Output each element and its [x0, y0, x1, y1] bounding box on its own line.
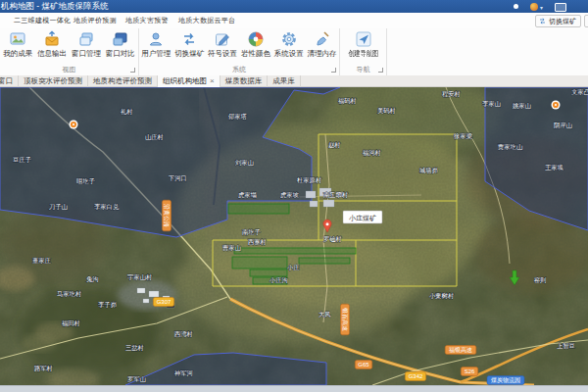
navmap-icon — [355, 30, 372, 48]
ribbon-button-system-settings[interactable]: 系统设置 — [272, 30, 305, 59]
ribbon-button-window-manage[interactable]: 窗口管理 — [70, 30, 102, 59]
group-label: 系统 — [139, 65, 339, 75]
ribbon-empty-area — [387, 28, 588, 75]
map-marker-dot-orange[interactable] — [552, 101, 561, 110]
map-place-label: 徐家梁 — [454, 132, 473, 140]
app-window: 机构地图 - 煤矿地质保障系统 ▾ 二三维建模一体化 地质评价预测 地质灾害预警… — [0, 0, 588, 392]
ribbon-button-user-manage[interactable]: 用户管理 — [140, 30, 172, 59]
swap-icon — [538, 17, 547, 25]
ribbon-group-view: 我的成果信息输出窗口管理窗口对比 视图 — [0, 28, 139, 75]
user-icon — [147, 30, 165, 48]
map-place-label: 窑则 — [534, 276, 547, 283]
svg-text:G342: G342 — [409, 373, 423, 379]
doc-tab-label: 成果库 — [272, 75, 295, 87]
ribbon-button-my-results[interactable]: 我的成果 — [2, 30, 34, 59]
ribbon-tab-modeling[interactable]: 二三维建模一体化 — [14, 13, 71, 28]
map-place-label: 虎家塌 — [238, 191, 257, 199]
map-canvas[interactable]: 小庄煤矿 礼村山庄村豆庄子下河口咀圪子刀子山李家白兑董家庄兔沟宇家山村马家圪村李… — [0, 87, 588, 385]
window-title: 机构地图 - 煤矿地质保障系统 — [1, 0, 109, 13]
dialog-launcher-icon[interactable] — [331, 68, 336, 73]
ribbon-button-lithology-colors[interactable]: 岩性颜色 — [239, 30, 271, 59]
road-label-pill: 福银高速 — [445, 346, 476, 355]
ribbon-tab-bigdata[interactable]: 地质大数据云平台 — [178, 13, 235, 28]
map-place-label: 咀圪子 — [76, 177, 96, 185]
svg-text:银百高速: 银百高速 — [341, 307, 349, 331]
ribbon-button-label: 切换煤矿 — [174, 49, 204, 59]
cut-off-button[interactable] — [584, 15, 588, 27]
ribbon-button-label: 符号设置 — [208, 49, 237, 59]
road-label-pill: 煤炭物流园 — [487, 376, 524, 385]
doc-tab-0[interactable]: 窗口 — [0, 75, 19, 87]
map-place-label: 罗硷村 — [323, 235, 342, 243]
doc-tab-label: 地质构造评价预测 — [93, 75, 152, 87]
doc-tab-1[interactable]: 顶板突水评价预测 — [19, 75, 88, 87]
doc-tab-3[interactable]: 组织机构地图× — [158, 75, 220, 87]
doc-tab-4[interactable]: 煤质数据库 — [220, 75, 269, 87]
map-place-label: 小栗树村 — [429, 292, 454, 300]
broom-icon — [314, 30, 331, 48]
map-place-label: 程安村 — [442, 90, 461, 98]
road-label-pill: G65 — [355, 361, 371, 369]
doc-tab-5[interactable]: 成果库 — [268, 75, 301, 87]
map-place-label: 下河口 — [168, 174, 187, 182]
svg-text:S26: S26 — [465, 368, 475, 374]
ribbon-button-label: 岩性颜色 — [241, 49, 270, 59]
doc-tab-label: 窗口 — [0, 75, 13, 87]
road-label-pill: 沿黄公路 — [163, 200, 172, 231]
svg-text:G307: G307 — [157, 299, 172, 305]
theme-icon[interactable] — [530, 3, 538, 11]
window-restore-icon[interactable] — [555, 3, 566, 12]
document-tab-bar: 窗口顶板突水评价预测地质构造评价预测组织机构地图×煤质数据库成果库 — [0, 75, 588, 87]
map-place-label: 王家坬 — [545, 164, 564, 171]
ribbon-button-create-navmap[interactable]: 创建导航图 — [347, 30, 379, 59]
map-viewport[interactable]: 小庄煤矿 礼村山庄村豆庄子下河口咀圪子刀子山李家白兑董家庄兔沟宇家山村马家圪村李… — [0, 87, 588, 385]
ribbon: 我的成果信息输出窗口管理窗口对比 视图 用户管理切换煤矿符号设置岩性颜色系统设置… — [0, 28, 588, 76]
ribbon-tab-disaster[interactable]: 地质灾害预警 — [125, 13, 169, 28]
map-place-label: 上智豆 — [557, 342, 575, 349]
map-place-label: 刘家山 — [235, 159, 254, 166]
ribbon-button-info-output[interactable]: 信息输出 — [36, 30, 69, 59]
ribbon-button-clear-memory[interactable]: 清理内存 — [306, 30, 338, 59]
map-place-label: 邵家塔 — [228, 113, 248, 121]
road-label-pill: 银百高速 — [341, 304, 350, 335]
pencil-icon — [214, 30, 231, 48]
road-label-pill: G342 — [405, 372, 425, 381]
svg-text:沿黄公路: 沿黄公路 — [163, 204, 171, 227]
doc-tab-label: 组织机构地图 — [163, 75, 207, 87]
map-place-label: 礼村 — [121, 108, 133, 116]
map-place-label: 美码村 — [377, 107, 396, 115]
map-place-label: 李子峁 — [98, 301, 117, 309]
map-place-label: 豆庄子 — [13, 156, 32, 164]
gear-icon — [280, 30, 298, 48]
map-place-label: 贾家圪山 — [497, 143, 522, 151]
map-place-label: 西湾村 — [173, 330, 193, 338]
svg-text:福银高速: 福银高速 — [449, 346, 472, 354]
doc-tab-2[interactable]: 地质构造评价预测 — [88, 75, 158, 87]
ribbon-button-label: 创建导航图 — [348, 49, 378, 59]
palette-icon — [247, 30, 265, 48]
ribbon-button-label: 系统设置 — [274, 49, 304, 59]
close-icon[interactable]: × — [210, 76, 215, 86]
map-place-label: 刀子山 — [49, 203, 68, 211]
map-place-label: 赵村 — [328, 141, 341, 149]
switch-mine-button-top[interactable]: 切换煤矿 — [535, 15, 581, 27]
dialog-launcher-icon[interactable] — [130, 68, 135, 73]
ribbon-tab-evaluation[interactable]: 地质评价预测 — [74, 13, 117, 28]
map-place-label: 曹家山 — [222, 244, 241, 252]
ribbon-button-window-compare[interactable]: 窗口对比 — [104, 30, 136, 59]
map-place-label: 路军村 — [34, 365, 53, 372]
map-place-label: 大凤 — [318, 311, 331, 318]
ribbon-button-label: 我的成果 — [3, 49, 32, 59]
map-place-label: 虎家坡 — [280, 191, 300, 199]
map-place-label: 福田村 — [62, 319, 80, 327]
map-place-label: 小庄沟 — [270, 276, 288, 284]
map-marker-dot-orange[interactable] — [70, 121, 78, 129]
dialog-launcher-icon[interactable] — [378, 68, 383, 73]
windows-icon — [77, 30, 95, 48]
map-place-label: 兔沟 — [86, 275, 99, 283]
ribbon-button-symbol-settings[interactable]: 符号设置 — [207, 30, 239, 59]
ribbon-button-switch-mine[interactable]: 切换煤矿 — [173, 30, 206, 59]
ribbon-button-label: 用户管理 — [141, 49, 171, 59]
map-place-label: 罗军山 — [127, 375, 146, 382]
status-dot-icon — [514, 4, 518, 9]
